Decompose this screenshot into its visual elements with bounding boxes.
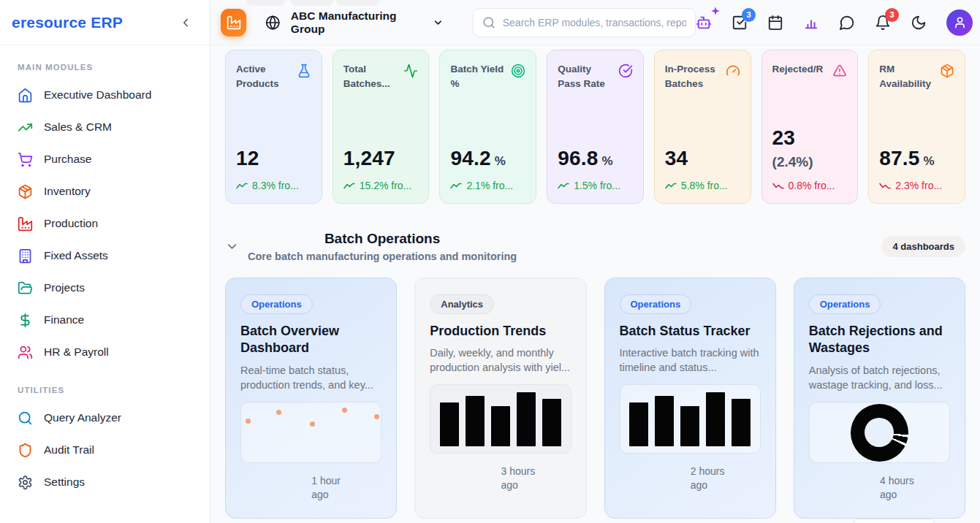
last-updated-time: 1 hour ago <box>311 474 354 502</box>
kpi-label: Total Batches... <box>343 62 400 92</box>
bar <box>629 402 648 447</box>
dashboard-description: Real-time batch status, production trend… <box>240 363 381 392</box>
cutoff-bottom-pill <box>854 519 935 523</box>
user-avatar[interactable] <box>946 9 973 36</box>
sidebar-item-inventory[interactable]: Inventory <box>0 175 210 207</box>
category-tag: Operations <box>620 294 692 314</box>
kpi-sub-value: (2.4%) <box>772 154 848 170</box>
ai-assistant-icon-button[interactable] <box>696 15 712 31</box>
dark-mode-icon-button[interactable] <box>911 15 927 31</box>
dashboard-description: Analysis of batch rejections, wastage tr… <box>809 363 950 392</box>
notifications-icon-button[interactable]: 3 <box>875 15 891 31</box>
globe-icon[interactable] <box>265 15 280 31</box>
dashboard-title: Batch Status Tracker <box>620 323 761 340</box>
trend-down-icon <box>879 182 891 190</box>
sidebar-item-settings[interactable]: Settings <box>0 466 210 498</box>
kpi-value: 94.2 <box>450 147 490 170</box>
kpi-card[interactable]: In-Process Batches 34 5.8% fro... <box>654 50 751 204</box>
messages-icon <box>839 15 855 31</box>
kpi-values: 87.5 % 2.3% fro... <box>879 147 954 191</box>
sidebar-item-production[interactable]: Production <box>0 207 210 240</box>
kpi-value: 87.5 <box>879 147 919 170</box>
kpi-values: 96.8 % 1.5% fro... <box>558 147 633 191</box>
kpi-unit: % <box>495 154 506 169</box>
sidebar-item-projects[interactable]: Projects <box>0 272 210 304</box>
kpi-header: Batch Yield % <box>450 62 525 92</box>
sidebar-item-label: Projects <box>44 281 85 294</box>
global-search[interactable] <box>473 8 696 37</box>
sidebar-item-purchase[interactable]: Purchase <box>0 143 210 175</box>
kpi-card[interactable]: Rejected/R 23 (2.4%) 0.8% fro... <box>761 50 859 204</box>
donut-chart-thumbnail <box>851 404 908 462</box>
tasks-icon-button[interactable]: 3 <box>732 15 748 31</box>
check-circle-icon <box>618 64 633 78</box>
shield-icon <box>18 443 33 458</box>
kpi-values: 1,247 15.2% fro... <box>343 147 419 191</box>
sidebar-item-fixed-assets[interactable]: Fixed Assets <box>0 240 210 272</box>
kpi-card[interactable]: Batch Yield % 94.2 % 2.1% fro... <box>439 50 536 204</box>
kpi-trend: 2.3% fro... <box>879 180 954 191</box>
dashboard-card[interactable]: Analytics Production Trends Daily, weekl… <box>414 278 586 519</box>
kpi-trend-text: 5.8% fro... <box>681 180 728 191</box>
kpi-value: 96.8 <box>558 147 598 170</box>
kpi-value: 1,247 <box>343 147 395 170</box>
dashboard-title: Batch Rejections and Wastages <box>809 323 950 357</box>
sidebar-item-hr-payroll[interactable]: HR & Payroll <box>0 336 210 368</box>
sidebar-nav: MAIN MODULESExecutive DashboardSales & C… <box>0 45 210 498</box>
sidebar-item-label: Inventory <box>44 185 91 198</box>
kpi-unit: % <box>601 154 612 169</box>
kpi-unit: % <box>924 154 935 169</box>
sidebar-item-label: Production <box>44 217 98 230</box>
bar <box>706 392 725 446</box>
sidebar-item-query-analyzer[interactable]: Query Analyzer <box>0 402 210 434</box>
sidebar-item-audit-trail[interactable]: Audit Trail <box>0 434 210 466</box>
category-tag: Operations <box>240 294 313 314</box>
kpi-header: Total Batches... <box>343 62 419 92</box>
trend-up-icon <box>558 182 569 190</box>
dollar-icon <box>18 313 33 328</box>
kpi-label: In-Process Batches <box>665 62 721 92</box>
kpi-label: RM Availability <box>879 62 935 92</box>
dashboard-card[interactable]: Operations Batch Rejections and Wastages… <box>794 278 965 519</box>
scatter-dot <box>310 421 315 427</box>
dashboard-thumbnail <box>809 402 950 463</box>
search-input[interactable] <box>503 17 686 28</box>
kpi-label: Active Products <box>236 62 292 92</box>
company-selector[interactable]: ABC Manufacturing Group <box>291 9 424 36</box>
kpi-value: 12 <box>236 147 259 170</box>
dashboard-card[interactable]: Operations Batch Overview Dashboard Real… <box>225 278 397 519</box>
kpi-header: In-Process Batches <box>665 62 740 92</box>
category-tag: Operations <box>809 294 881 314</box>
dashboard-description: Daily, weekly, and monthly production an… <box>430 346 571 375</box>
kpi-card[interactable]: Total Batches... 1,247 15.2% fro... <box>333 50 430 204</box>
dashboard-card[interactable]: Operations Batch Status Tracker Interact… <box>604 278 776 519</box>
sidebar-item-label: Executive Dashboard <box>44 88 151 102</box>
analytics-icon-button[interactable] <box>803 15 819 31</box>
sidebar-collapse-button[interactable] <box>179 16 192 29</box>
section-title: Batch Operations <box>324 231 440 247</box>
bar <box>517 392 536 446</box>
kpi-trend-text: 1.5% fro... <box>574 180 620 191</box>
sidebar-item-executive-dashboard[interactable]: Executive Dashboard <box>0 79 210 111</box>
bar <box>680 406 699 447</box>
dashboard-title: Production Trends <box>430 323 571 340</box>
kpi-values: 34 5.8% fro... <box>665 147 740 191</box>
kpi-header: RM Availability <box>879 62 954 92</box>
kpi-trend-text: 15.2% fro... <box>360 180 412 191</box>
kpi-value: 34 <box>665 147 688 170</box>
kpi-card[interactable]: RM Availability 87.5 % 2.3% fro... <box>868 50 965 204</box>
nav-section-label: MAIN MODULES <box>0 45 210 79</box>
kpi-card[interactable]: Quality Pass Rate 96.8 % 1.5% fro... <box>547 50 644 204</box>
app-launcher-button[interactable] <box>221 9 246 37</box>
scatter-dot <box>342 408 347 413</box>
kpi-card[interactable]: Active Products 12 8.3% fro... <box>225 50 322 204</box>
sidebar-item-finance[interactable]: Finance <box>0 304 210 336</box>
messages-icon-button[interactable] <box>839 15 855 31</box>
chevron-down-icon[interactable] <box>433 17 444 28</box>
kpi-values: 12 8.3% fro... <box>236 147 311 191</box>
scatter-dot <box>246 419 251 424</box>
calendar-icon-button[interactable] <box>767 15 783 31</box>
factory-icon <box>227 15 241 30</box>
section-collapse-chevron-icon[interactable] <box>225 240 239 253</box>
sidebar-item-sales-crm[interactable]: Sales & CRM <box>0 111 210 143</box>
